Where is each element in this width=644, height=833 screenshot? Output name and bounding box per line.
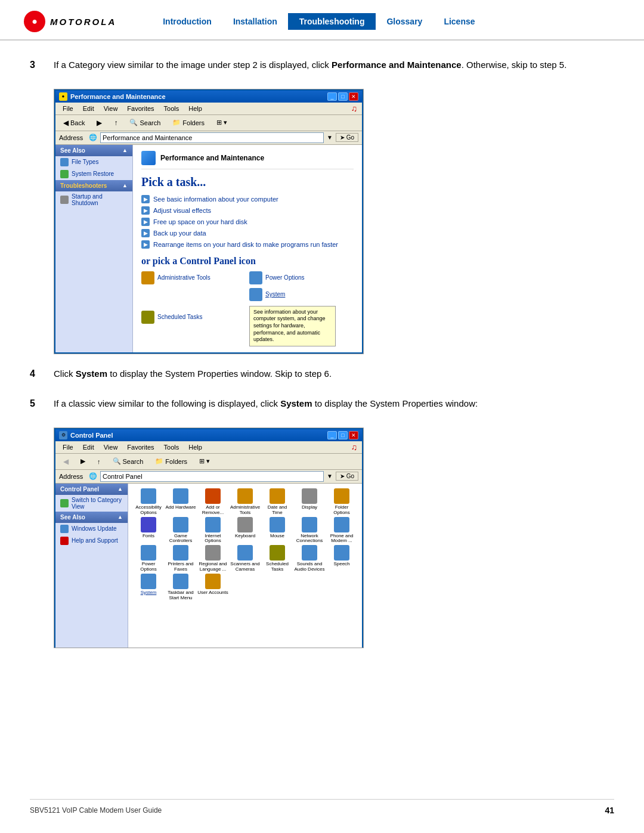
cp-icon-add-hardware[interactable]: Add Hardware: [165, 488, 196, 510]
tab-glossary[interactable]: Glossary: [376, 13, 433, 30]
address-input-1[interactable]: Performance and Maintenance: [100, 132, 324, 143]
up-button-2[interactable]: ↑: [93, 456, 105, 467]
menu-view-2[interactable]: View: [99, 442, 123, 452]
search-button-1[interactable]: 🔍 Search: [125, 117, 165, 128]
xp-toolbar-1: ◀ Back ▶ ↑ 🔍 Search 📁 Folders ⊞ ▾: [55, 115, 362, 131]
cp-icon-folder-options[interactable]: Folder Options: [326, 488, 357, 516]
cp-icon-internet-options[interactable]: Internet Options: [197, 517, 228, 544]
menu-view-1[interactable]: View: [99, 104, 123, 113]
startup-icon: [60, 196, 69, 204]
icon-power-options[interactable]: Power Options: [249, 271, 354, 284]
sidebar-item-switch-view[interactable]: Switch to Category View: [55, 495, 128, 512]
xp-addressbar-2: Address 🌐 Control Panel ▼ ➤ Go: [55, 470, 362, 484]
cp-icon-system[interactable]: System: [133, 574, 164, 596]
menu-favorites-2[interactable]: Favorites: [122, 442, 159, 452]
cp-icon-network[interactable]: Network Connections: [294, 517, 325, 544]
cp-icon-taskbar[interactable]: Taskbar and Start Menu: [165, 574, 196, 601]
step-3-text: If a Category view similar to the image …: [54, 58, 566, 72]
forward-button-2[interactable]: ▶: [76, 456, 89, 467]
step-3-bold: Performance and Maintenance: [332, 60, 462, 70]
cp-icon-add-remove[interactable]: Add or Remove...: [197, 488, 228, 516]
back-button-2[interactable]: ◀: [59, 456, 73, 467]
close-button-1[interactable]: ✕: [349, 92, 358, 101]
cp-icon-date-time[interactable]: Date and Time: [262, 488, 293, 516]
minimize-button-2[interactable]: _: [327, 431, 337, 439]
folders-button-2[interactable]: 📁 Folders: [151, 456, 191, 467]
step-3-text-before: If a Category view similar to the image …: [54, 60, 332, 70]
cp-icon-scanners[interactable]: Scanners and Cameras: [230, 545, 261, 572]
xp-toolbar-2: ◀ ▶ ↑ 🔍 Search 📁 Folders ⊞ ▾: [55, 454, 362, 470]
menu-favorites-1[interactable]: Favorites: [122, 104, 159, 113]
cp-icon-display[interactable]: Display: [294, 488, 325, 510]
cp-icon-sounds[interactable]: Sounds and Audio Devices: [294, 545, 325, 572]
task-4[interactable]: ▶ Back up your data: [141, 229, 354, 237]
menu-tools-2[interactable]: Tools: [159, 442, 184, 452]
sidebar-item-windows-update[interactable]: Windows Update: [55, 523, 128, 535]
task-2[interactable]: ▶ Adjust visual effects: [141, 206, 354, 215]
header: ● MOTOROLA Introduction Installation Tro…: [0, 0, 644, 41]
back-button-1[interactable]: ◀ Back: [59, 117, 89, 129]
cp-icon-keyboard[interactable]: Keyboard: [230, 517, 261, 539]
tab-introduction[interactable]: Introduction: [152, 13, 222, 30]
go-button-2[interactable]: ➤ Go: [336, 472, 358, 481]
cp-icon-admin-tools[interactable]: Administrative Tools: [230, 488, 261, 516]
icon-system[interactable]: System: [249, 288, 285, 301]
sidebar-item-startup[interactable]: Startup and Shutdown: [55, 191, 132, 208]
cp-icon-scheduled-tasks[interactable]: Scheduled Tasks: [262, 545, 293, 572]
sidebar-section-cp: Control Panel ▲ Switch to Category View: [55, 484, 128, 512]
footer-text: SBV5121 VoIP Cable Modem User Guide: [30, 806, 162, 815]
cp-icon-phone-modem[interactable]: Phone and Modem ...: [326, 517, 357, 544]
up-button-1[interactable]: ↑: [110, 117, 122, 129]
address-label-2: Address: [59, 473, 86, 480]
sidebar-item-file-types[interactable]: File Types: [55, 156, 132, 168]
pick-task-label: Pick a task...: [141, 175, 354, 189]
search-button-2[interactable]: 🔍 Search: [109, 456, 148, 467]
sidebar-item-help-support[interactable]: Help and Support: [55, 535, 128, 547]
chevron-icon-troubleshooters: ▲: [122, 182, 128, 188]
cp-icon-user-accounts[interactable]: User Accounts: [197, 574, 228, 596]
cp-icon-printers[interactable]: Printers and Faxes: [165, 545, 196, 572]
cp-icon-speech[interactable]: Speech: [326, 545, 357, 567]
sidebar-item-system-restore[interactable]: System Restore: [55, 168, 132, 180]
task-5[interactable]: ▶ Rearrange items on your hard disk to m…: [141, 240, 354, 249]
main-content: 3 If a Category view similar to the imag…: [0, 41, 644, 685]
minimize-button-1[interactable]: _: [327, 92, 337, 101]
maximize-button-2[interactable]: □: [338, 431, 348, 439]
cp-icon-regional[interactable]: Regional and Language ...: [197, 545, 228, 572]
maximize-button-1[interactable]: □: [338, 92, 348, 101]
menu-file-1[interactable]: File: [58, 104, 78, 113]
icon-admin-tools[interactable]: Administrative Tools: [141, 271, 246, 284]
cp-icon-accessibility[interactable]: Accessibility Options: [133, 488, 164, 516]
cp-content: Accessibility Options Add Hardware Add o…: [128, 484, 362, 648]
cp-icon-mouse[interactable]: Mouse: [262, 517, 293, 539]
tab-license[interactable]: License: [433, 13, 485, 30]
menu-help-2[interactable]: Help: [184, 442, 207, 452]
menu-edit-1[interactable]: Edit: [78, 104, 99, 113]
folders-button-1[interactable]: 📁 Folders: [168, 117, 209, 128]
xp-icons-grid-1: Administrative Tools Power Options Sched…: [141, 271, 354, 346]
menu-tools-1[interactable]: Tools: [159, 104, 184, 113]
forward-button-1[interactable]: ▶: [92, 117, 106, 129]
views-button-1[interactable]: ⊞ ▾: [212, 117, 231, 128]
icon-scheduled-tasks[interactable]: Scheduled Tasks: [141, 288, 246, 346]
keyboard-icon: [237, 517, 253, 532]
task-1[interactable]: ▶ See basic information about your compu…: [141, 195, 354, 203]
cp-icon-fonts[interactable]: Fonts: [133, 517, 164, 539]
task-3[interactable]: ▶ Free up space on your hard disk: [141, 218, 354, 226]
views-button-2[interactable]: ⊞ ▾: [195, 456, 214, 467]
sidebar-section-see-also: See Also ▲ File Types System Restore: [55, 145, 132, 180]
address-input-2[interactable]: Control Panel: [100, 471, 324, 482]
tab-installation[interactable]: Installation: [222, 13, 288, 30]
menu-edit-2[interactable]: Edit: [78, 442, 99, 452]
menu-help-1[interactable]: Help: [184, 104, 207, 113]
cp-icon-game-controllers[interactable]: Game Controllers: [165, 517, 196, 544]
cp-icon-power-options[interactable]: Power Options: [133, 545, 164, 572]
menu-file-2[interactable]: File: [58, 442, 78, 452]
step-5-text-after: to display the System Properties window:: [312, 398, 478, 408]
xp-body-1: See Also ▲ File Types System Restore: [55, 145, 362, 352]
tab-troubleshooting[interactable]: Troubleshooting: [288, 13, 376, 30]
display-icon: [302, 488, 317, 504]
cp-sidebar: Control Panel ▲ Switch to Category View …: [55, 484, 128, 648]
close-button-2[interactable]: ✕: [349, 431, 358, 439]
go-button-1[interactable]: ➤ Go: [336, 133, 358, 142]
